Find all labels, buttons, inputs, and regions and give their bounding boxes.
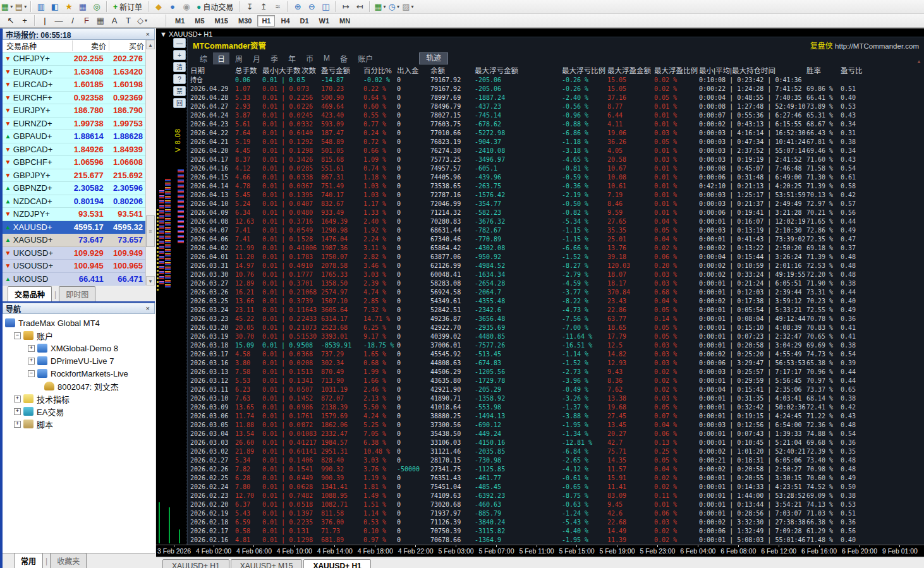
timeframe-m30[interactable]: M30 xyxy=(234,15,256,27)
market-row[interactable]: ▼CHFJPY+202.255202.276 xyxy=(3,52,145,66)
table-row[interactable]: 2026.02.206.370.01 | 0.075181082.711.51 … xyxy=(190,500,924,509)
market-row[interactable]: ▼EURJPY+186.780186.790 xyxy=(3,104,145,118)
table-row[interactable]: 2026.03.2020.050.01 | 0.2710732523.686.2… xyxy=(190,323,924,332)
column-header[interactable]: 百分比% xyxy=(363,65,397,76)
table-row[interactable]: 2026.02.256.280.01 | 0.07449900.391.19 %… xyxy=(190,474,924,483)
table-row[interactable]: 2026.02.275.340.01 | 0.11406828.403.03 %… xyxy=(190,456,924,465)
table-row[interactable]: 2026.03.2712.890.01 | 0.327011358.502.39… xyxy=(190,279,924,288)
scroll-down-icon[interactable]: ▾ xyxy=(146,276,155,286)
market-row[interactable]: ▼EURNZD+1.997381.99753 xyxy=(3,118,145,131)
signals-icon[interactable]: ◉ xyxy=(179,1,193,13)
table-row[interactable]: 2026.04.077.410.01 | 0.095491290.981.92 … xyxy=(190,226,924,235)
table-row[interactable]: 2026.04.0812.630.01 | 0.327161649.392.40… xyxy=(190,217,924,226)
timeframe-h1[interactable]: H1 xyxy=(257,15,275,27)
market-row[interactable]: ▼USOUSD+100.945100.965 xyxy=(3,260,145,273)
column-header[interactable]: 最大浮盈金额 xyxy=(607,65,654,76)
market-watch-tab-1[interactable]: 即时图 xyxy=(59,286,95,301)
overlay-minimize-button[interactable]: — xyxy=(173,38,186,48)
expand-icon[interactable]: + xyxy=(14,408,21,415)
tree-item[interactable]: +技术指标 xyxy=(3,392,155,405)
scroll-marker-icon[interactable]: ▲ xyxy=(916,59,921,64)
table-row[interactable]: 2026.04.227.640.01 | 0.66140187.470.24 %… xyxy=(190,129,924,138)
table-row[interactable]: 2026.03.1815.090.01 | 0.95508-8539.91-18… xyxy=(190,341,924,350)
panel-tab-年[interactable]: 年 xyxy=(284,52,300,64)
table-row[interactable]: 2026.04.272.930.01 | 0.07226469.640.60 %… xyxy=(190,102,924,111)
table-row[interactable]: 2026.04.204.450.01 | 0.11298501.050.66 %… xyxy=(190,147,924,155)
crosshair-icon[interactable]: + xyxy=(18,15,32,27)
column-header[interactable]: 最大浮盈比例 xyxy=(654,65,699,76)
table-row[interactable]: 2026.04.0111.200.01 | 0.137831750.072.82… xyxy=(190,253,924,262)
zoom-in-icon[interactable]: ⊕ xyxy=(291,1,305,13)
table-row[interactable]: 2026.04.154.660.01 | 0.07338867.311.18 %… xyxy=(190,173,924,182)
bottom-left-tab-0[interactable]: 常用 xyxy=(14,553,43,568)
table-row[interactable]: 2026.03.0413.540.01 | 0.0610832332.477.0… xyxy=(190,430,924,438)
collapse-icon[interactable]: − xyxy=(14,332,21,339)
table-row[interactable]: 2026.02.247.800.01 | 0.066281341.411.81 … xyxy=(190,483,924,492)
shapes-icon[interactable]: ◇▾ xyxy=(135,15,149,27)
timeframe-m5[interactable]: M5 xyxy=(190,15,209,27)
table-row[interactable]: 2026.04.215.190.01 | 0.13292548.890.72 %… xyxy=(190,138,924,147)
clear-button[interactable]: 清 xyxy=(173,62,186,72)
table-row[interactable]: 2026.04.105.240.01 | 0.07407832.671.17 %… xyxy=(190,200,924,208)
tree-item[interactable]: −账户 xyxy=(3,329,155,342)
table-row[interactable]: 2026.03.2423.110.01 | 0.1516433605.647.3… xyxy=(190,306,924,315)
column-header[interactable]: 最小|大手数 xyxy=(262,65,301,76)
new-chart-icon-dropdown[interactable]: ▾ xyxy=(10,4,13,9)
new-order-button[interactable]: +新订单 xyxy=(110,1,145,13)
market-watch-icon[interactable]: ▥ xyxy=(34,1,48,13)
table-row[interactable]: 2026.03.163.800.01 | 0.06208302.340.68 %… xyxy=(190,359,924,368)
table-row[interactable]: 2026.03.0913.650.01 | 0.079862138.395.50… xyxy=(190,403,924,412)
period-clock-icon[interactable]: ◷▾ xyxy=(387,1,401,13)
data-window-icon[interactable]: ◧ xyxy=(48,1,62,13)
table-row[interactable]: 2026.02.186.590.01 | 0.27235376.000.53 %… xyxy=(190,518,924,527)
tree-item[interactable]: +XMGlobal-Demo 8 xyxy=(3,342,155,354)
text-label-icon[interactable]: T xyxy=(121,15,135,27)
chart-area[interactable]: ▼ XAUUSD+ H1 —+清?禁回 V 8.08 MTCommander资管… xyxy=(156,28,924,557)
axis-up-icon[interactable]: ↥ xyxy=(257,1,271,13)
column-header[interactable]: 盈亏比 xyxy=(841,65,878,76)
market-row[interactable]: ▼EURCAD+1.601851.60198 xyxy=(3,78,145,92)
table-row[interactable]: 2026.03.2513.660.01 | 0.387391507.102.85… xyxy=(190,297,924,306)
market-row[interactable]: ▲GBPAUD+1.886141.88628 xyxy=(3,130,145,143)
market-row[interactable]: ▼UKOUSD+109.929109.949 xyxy=(3,247,145,260)
scroll-up-icon[interactable]: ▴ xyxy=(146,40,155,49)
market-row[interactable]: ▼EURAUD+1.634081.63420 xyxy=(3,66,145,79)
chart-tab[interactable]: XAUUSD+ H1 xyxy=(303,559,370,568)
table-row[interactable]: 2026.03.116.230.01 | 0.045071031.192.46 … xyxy=(190,385,924,394)
tree-item[interactable]: +EA交易 xyxy=(3,405,155,418)
panel-tab-周[interactable]: 周 xyxy=(231,52,247,64)
column-header[interactable]: 胜率 xyxy=(806,65,841,76)
community-icon[interactable]: ● xyxy=(166,1,179,13)
table-row[interactable]: 2026.04.0221.990.01 | 0.4610061987.363.1… xyxy=(190,244,924,253)
table-row[interactable]: 2026.03.174.580.01 | 0.07368737.291.65 %… xyxy=(190,350,924,359)
market-row[interactable]: ▼GBPCHF+1.065961.06608 xyxy=(3,156,145,169)
timeframe-mn[interactable]: MN xyxy=(335,15,355,27)
timeframe-h4[interactable]: H4 xyxy=(276,15,294,27)
add-indicator-icon-dropdown[interactable]: ▾ xyxy=(383,4,386,9)
collapse-icon[interactable]: − xyxy=(28,370,35,377)
table-row[interactable]: 2026.03.3010.760.01 | 0.157771765.333.03… xyxy=(190,270,924,279)
expand-icon[interactable]: + xyxy=(28,358,35,365)
tree-item[interactable]: +脚本 xyxy=(3,418,155,430)
column-header[interactable]: 出入金 xyxy=(397,65,430,76)
navigator-close-icon[interactable]: × xyxy=(144,305,152,312)
chart-shift-icon[interactable]: ↤ xyxy=(353,1,367,13)
auto-scroll-icon[interactable]: ↦ xyxy=(339,1,353,13)
indicators-icon[interactable]: ◆ xyxy=(152,1,166,13)
axis-down-icon[interactable]: ↧ xyxy=(243,1,257,13)
column-header[interactable]: 最大浮亏比例 xyxy=(562,65,607,76)
column-header[interactable]: 次数 xyxy=(301,65,321,76)
text-icon[interactable]: A xyxy=(107,15,121,27)
tile-windows-icon[interactable]: ◫ xyxy=(319,1,332,13)
market-row[interactable]: ▲XAUUSD+4595.174595.32 xyxy=(3,221,145,234)
market-watch-tab-0[interactable]: 交易品种 xyxy=(8,286,52,301)
pointer-icon[interactable]: ↖ xyxy=(4,15,18,27)
expand-icon[interactable]: + xyxy=(14,396,21,402)
period-clock-icon-dropdown[interactable]: ▾ xyxy=(397,4,399,9)
panel-tab-日[interactable]: 日 xyxy=(213,52,229,64)
navigator-icon[interactable]: ★ xyxy=(62,1,76,13)
table-row[interactable]: 2026.03.2345.220.01 | 0.2724336314.1714.… xyxy=(190,315,924,323)
column-ask[interactable]: 买价 xyxy=(109,40,147,51)
table-row[interactable]: 2026.03.0326.600.01 | 0.4612171984.576.3… xyxy=(190,438,924,447)
market-watch-close-icon[interactable]: × xyxy=(144,30,152,38)
